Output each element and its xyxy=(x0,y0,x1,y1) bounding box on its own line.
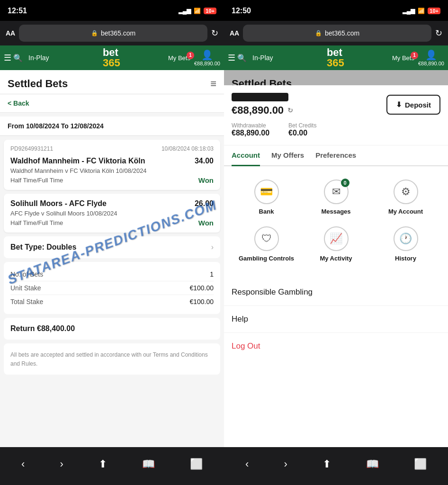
gambling-controls-label: Gambling Controls xyxy=(239,255,294,262)
balance-masked xyxy=(232,93,288,101)
forward-nav-icon[interactable]: › xyxy=(60,458,63,470)
left-browser-bar: AA 🔒 bet365.com ↻ xyxy=(0,21,224,45)
right-account-button[interactable]: 👤 €88,890.00 xyxy=(418,49,444,66)
left-aa[interactable]: AA xyxy=(6,29,15,37)
bet-credits-value: €0.00 xyxy=(288,129,316,137)
deposit-button[interactable]: ⬇ Deposit xyxy=(386,95,440,115)
right-hamburger-icon[interactable]: ☰ xyxy=(228,53,235,63)
terms-text: All bets are accepted and settled in acc… xyxy=(10,351,208,367)
total-stake-row: Total Stake €100.00 xyxy=(10,295,214,308)
right-time: 12:50 xyxy=(232,7,251,15)
panel-tabs: Account My Offers Preferences xyxy=(224,145,448,166)
deposit-label: Deposit xyxy=(405,101,431,109)
right-url-bar[interactable]: 🔒 bet365.com xyxy=(243,25,431,42)
right-tabs-icon[interactable]: ⬜ xyxy=(414,458,427,470)
messages-label: Messages xyxy=(321,208,350,215)
return-section: Return €88,400.00 xyxy=(4,318,220,340)
right-aa[interactable]: AA xyxy=(230,29,239,37)
battery-badge: 10+ xyxy=(204,8,216,14)
no-of-bets-value: 1 xyxy=(210,270,214,278)
bet-card-2: Solihull Moors - AFC Flyde 26.00 AFC Fly… xyxy=(4,194,220,233)
balance-sub-row: Withdrawable €88,890.00 Bet Credits €0.0… xyxy=(232,122,440,137)
no-of-bets-row: No. of Bets 1 xyxy=(10,268,214,281)
right-phone-screen: 12:50 ▂▄▆ 📶 10+ AA 🔒 bet365.com ↻ ☰ 🔍 In… xyxy=(224,0,448,485)
logout-item[interactable]: Log Out xyxy=(224,333,448,359)
back-arrow[interactable]: < Back xyxy=(8,99,29,107)
messages-badge: 0 xyxy=(341,179,349,187)
left-url-bar[interactable]: 🔒 bet365.com xyxy=(19,25,207,42)
bet-credits-label: Bet Credits xyxy=(288,122,316,129)
bet-id-row-1: PD92649931211 10/08/2024 08:18:03 xyxy=(10,145,214,152)
my-account-item[interactable]: ⚙ My Account xyxy=(371,174,440,221)
search-icon[interactable]: 🔍 xyxy=(13,54,23,63)
menu-dots-icon[interactable]: ≡ xyxy=(210,78,216,90)
right-refresh-icon[interactable]: ↻ xyxy=(435,28,442,38)
logo-365: 365 xyxy=(103,57,120,69)
mybets-button[interactable]: My Bets 1 xyxy=(168,54,190,62)
bet-match-name-2: Solihull Moors - AFC Flyde xyxy=(10,199,191,208)
bet-status-2: Won xyxy=(198,219,214,227)
right-logo: bet 365 xyxy=(279,47,392,68)
tab-account[interactable]: Account xyxy=(232,145,260,166)
tabs-icon[interactable]: ⬜ xyxy=(190,458,203,470)
balance-refresh-icon[interactable]: ↻ xyxy=(287,107,293,114)
share-icon[interactable]: ⬆ xyxy=(99,458,107,470)
bet-type-section[interactable]: Bet Type: Doubles › xyxy=(4,236,220,258)
gambling-controls-item[interactable]: 🛡 Gambling Controls xyxy=(232,221,301,268)
bank-item[interactable]: 💳 Bank xyxy=(232,174,301,221)
right-forward-nav-icon[interactable]: › xyxy=(284,458,287,470)
deposit-icon: ⬇ xyxy=(396,100,402,109)
logo-text: bet 365 xyxy=(103,47,120,68)
tab-preferences[interactable]: Preferences xyxy=(315,145,356,166)
withdrawable-label: Withdrawable xyxy=(232,122,269,129)
inplay-label[interactable]: In-Play xyxy=(28,54,49,62)
right-share-icon[interactable]: ⬆ xyxy=(323,458,331,470)
messages-icon-circle: ✉ 0 xyxy=(324,180,349,204)
terms-section: All bets are accepted and settled in acc… xyxy=(4,343,220,375)
left-url-text: bet365.com xyxy=(101,29,135,37)
tab-my-offers[interactable]: My Offers xyxy=(271,145,304,166)
back-nav-icon[interactable]: ‹ xyxy=(21,458,25,470)
right-status-bar: 12:50 ▂▄▆ 📶 10+ xyxy=(224,0,448,21)
balance-amount: €88,890.00 ↻ xyxy=(232,104,293,117)
left-status-bar: 12:51 ▂▄▆ 📶 10+ xyxy=(0,0,224,21)
bet-status-row-2: Half Time/Full Time Won xyxy=(10,219,214,227)
withdrawable-value: €88,890.00 xyxy=(232,129,269,137)
bet-market-2: Half Time/Full Time xyxy=(10,219,63,226)
settled-bets-header: Settled Bets ≡ xyxy=(0,70,224,94)
unit-stake-value: €100.00 xyxy=(189,284,214,292)
responsible-gambling-item[interactable]: Responsible Gambling xyxy=(224,279,448,306)
right-bookmarks-icon[interactable]: 📖 xyxy=(366,458,379,470)
right-account-balance: €88,890.00 xyxy=(418,61,444,66)
bet-match-row-1: Waldhof Mannheim - FC Viktoria Köln 34.0… xyxy=(10,157,214,165)
my-activity-icon: 📈 xyxy=(330,233,342,245)
no-of-bets-label: No. of Bets xyxy=(10,270,43,278)
balance-row: €88,890.00 ↻ ⬇ Deposit xyxy=(232,93,440,117)
bank-label: Bank xyxy=(259,208,274,215)
account-button[interactable]: 👤 €88,890.00 xyxy=(194,49,220,66)
left-time: 12:51 xyxy=(8,7,27,15)
back-link[interactable]: < Back xyxy=(0,94,224,113)
hamburger-icon[interactable]: ☰ xyxy=(4,53,11,63)
right-back-nav-icon[interactable]: ‹ xyxy=(245,458,249,470)
bank-icon-circle: 💳 xyxy=(254,180,279,204)
right-logo-text: bet 365 xyxy=(327,47,344,68)
icon-grid: 💳 Bank ✉ 0 Messages ⚙ My Account 🛡 xyxy=(224,166,448,275)
bookmarks-icon[interactable]: 📖 xyxy=(142,458,155,470)
right-inplay-label[interactable]: In-Play xyxy=(252,54,273,62)
bet-detail-2: AFC Flyde v Solihull Moors 10/08/2024 xyxy=(10,210,214,217)
help-item[interactable]: Help xyxy=(224,306,448,333)
return-label: Return €88,400.00 xyxy=(10,324,75,332)
panel-menu-items: Responsible Gambling Help Log Out xyxy=(224,275,448,363)
bet-card-1: PD92649931211 10/08/2024 08:18:03 Waldho… xyxy=(4,140,220,190)
history-label: History xyxy=(395,255,416,262)
my-activity-item[interactable]: 📈 My Activity xyxy=(301,221,371,268)
left-refresh-icon[interactable]: ↻ xyxy=(211,28,218,38)
right-nav-bar: ☰ 🔍 In-Play bet 365 My Bets 1 👤 €88,890.… xyxy=(224,45,448,70)
bet-odds-1: 34.00 xyxy=(195,157,214,165)
history-item[interactable]: 🕐 History xyxy=(371,221,440,268)
messages-item[interactable]: ✉ 0 Messages xyxy=(301,174,371,221)
right-search-icon[interactable]: 🔍 xyxy=(237,54,247,63)
bet-credits-item: Bet Credits €0.00 xyxy=(288,122,316,137)
right-mybets-button[interactable]: My Bets 1 xyxy=(392,54,414,62)
